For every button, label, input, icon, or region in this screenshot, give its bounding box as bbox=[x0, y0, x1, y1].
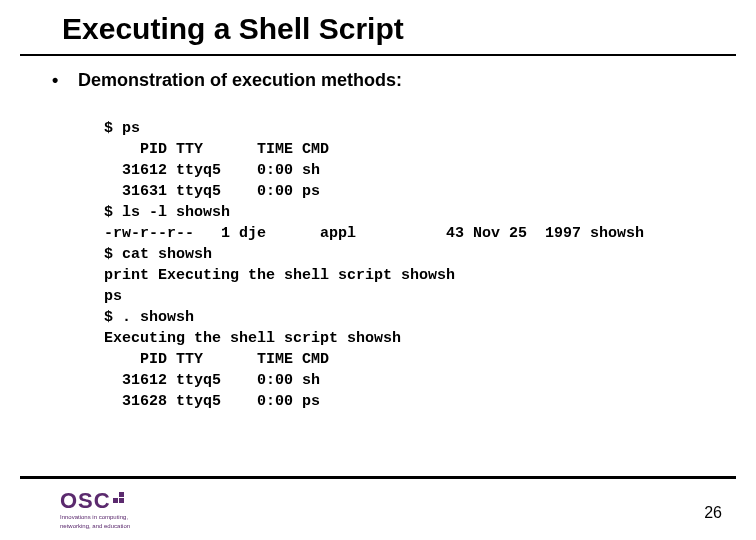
svg-rect-0 bbox=[113, 498, 118, 503]
logo-tagline-2: networking, and education bbox=[60, 523, 130, 530]
logo-text: OSC bbox=[60, 490, 111, 512]
logo-tagline-1: Innovations in computing, bbox=[60, 514, 130, 521]
logo: OSC Innovations in computing, networking… bbox=[60, 490, 130, 530]
title-underline bbox=[20, 54, 736, 56]
logo-main: OSC bbox=[60, 490, 130, 512]
bullet-item: • Demonstration of execution methods: bbox=[52, 70, 402, 91]
svg-rect-2 bbox=[119, 492, 124, 497]
slide: Executing a Shell Script • Demonstration… bbox=[0, 0, 756, 540]
svg-rect-1 bbox=[119, 498, 124, 503]
footer-rule bbox=[20, 476, 736, 479]
page-number: 26 bbox=[704, 504, 722, 522]
code-listing: $ ps PID TTY TIME CMD 31612 ttyq5 0:00 s… bbox=[104, 118, 644, 412]
slide-title: Executing a Shell Script bbox=[62, 12, 404, 46]
logo-squares-icon bbox=[113, 490, 127, 504]
bullet-marker: • bbox=[52, 70, 78, 91]
bullet-text: Demonstration of execution methods: bbox=[78, 70, 402, 91]
